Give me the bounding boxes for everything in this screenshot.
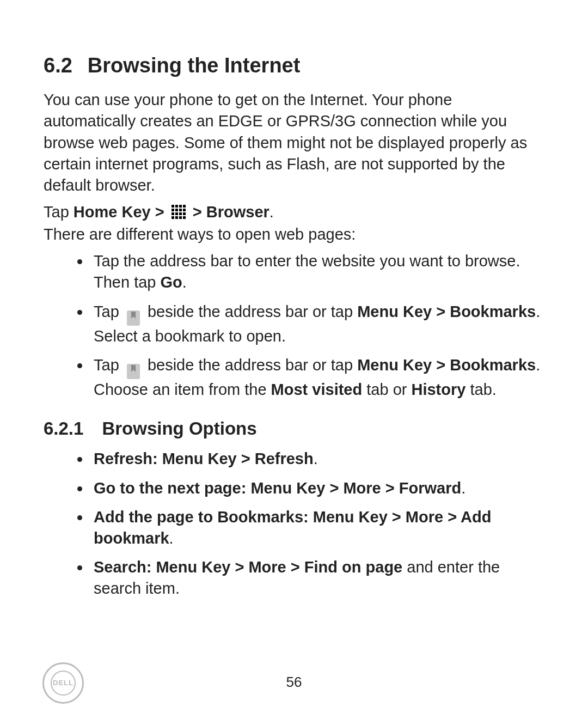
page-number: 56 bbox=[0, 673, 588, 692]
dell-logo-text: DELL bbox=[51, 671, 76, 696]
bookmark-icon bbox=[127, 310, 140, 326]
dell-logo-icon: DELL bbox=[42, 662, 84, 704]
subsection-title: Browsing Options bbox=[102, 418, 256, 438]
bookmark-icon bbox=[127, 364, 140, 379]
tap-instruction: Tap Home Key > > Browser. bbox=[44, 202, 544, 223]
section-heading: 6.2Browsing the Internet bbox=[44, 52, 544, 80]
apps-grid-icon bbox=[171, 204, 186, 220]
list-item: Go to the next page: Menu Key > More > F… bbox=[90, 478, 544, 499]
list-item: Refresh: Menu Key > Refresh. bbox=[90, 448, 544, 470]
list-item: Tap beside the address bar or tap Menu K… bbox=[90, 355, 544, 400]
options-list: Refresh: Menu Key > Refresh. Go to the n… bbox=[44, 448, 544, 599]
section-number: 6.2 bbox=[44, 54, 72, 77]
list-item: Add the page to Bookmarks: Menu Key > Mo… bbox=[90, 507, 544, 549]
ways-intro: There are different ways to open web pag… bbox=[44, 224, 544, 245]
list-item: Search: Menu Key > More > Find on page a… bbox=[90, 557, 544, 599]
subsection-number: 6.2.1 bbox=[44, 418, 83, 438]
intro-paragraph: You can use your phone to get on the Int… bbox=[44, 89, 544, 196]
ways-list: Tap the address bar to enter the website… bbox=[44, 251, 544, 400]
list-item: Tap beside the address bar or tap Menu K… bbox=[90, 301, 544, 347]
list-item: Tap the address bar to enter the website… bbox=[90, 251, 544, 293]
section-title: Browsing the Internet bbox=[88, 54, 301, 77]
subsection-heading: 6.2.1Browsing Options bbox=[44, 417, 544, 441]
